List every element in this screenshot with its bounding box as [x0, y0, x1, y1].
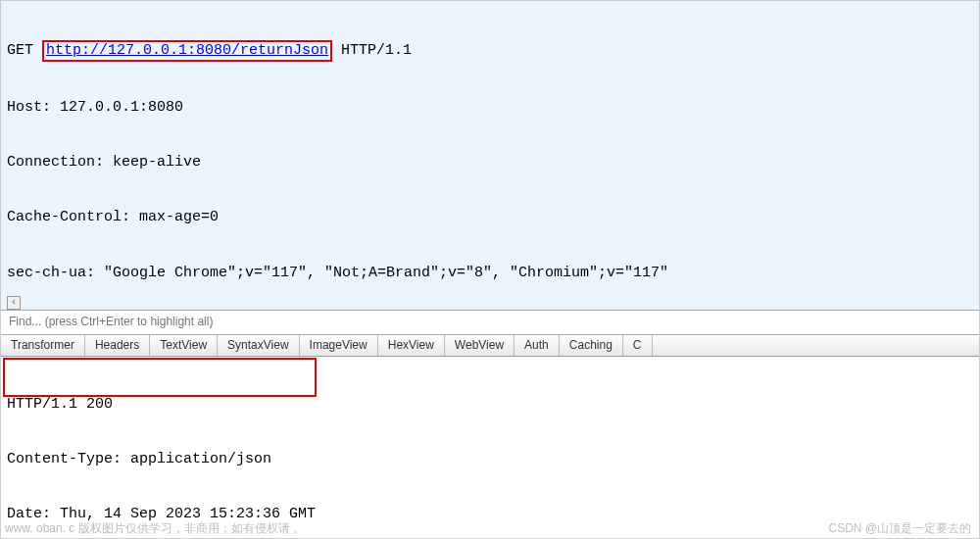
http-method: GET: [7, 42, 33, 59]
response-status-line: HTTP/1.1 200: [7, 396, 973, 415]
tab-hexview[interactable]: HexView: [378, 335, 445, 356]
request-line: GET http://127.0.0.1:8080/returnJson HTT…: [7, 40, 973, 63]
tab-webview[interactable]: WebView: [445, 335, 514, 356]
request-header-row: Connection: keep-alive: [7, 154, 973, 172]
tab-cookies-cut[interactable]: C: [623, 335, 653, 356]
tab-auth[interactable]: Auth: [514, 335, 560, 356]
request-url-link[interactable]: http://127.0.0.1:8080/returnJson: [46, 42, 328, 59]
highlight-url-box: http://127.0.0.1:8080/returnJson: [42, 40, 332, 63]
tab-caching[interactable]: Caching: [560, 335, 623, 356]
csdn-attribution: CSDN @山顶是一定要去的: [828, 521, 971, 536]
response-pane: HTTP/1.1 200 Content-Type: application/j…: [1, 357, 979, 538]
request-headers-pane: GET http://127.0.0.1:8080/returnJson HTT…: [1, 1, 979, 310]
response-content-type: Content-Type: application/json: [7, 451, 973, 469]
find-bar: [1, 310, 979, 335]
tab-imageview[interactable]: ImageView: [300, 335, 378, 356]
highlight-content-type-box: [3, 358, 317, 397]
http-protocol: HTTP/1.1: [341, 42, 412, 59]
tab-transformer[interactable]: Transformer: [1, 335, 85, 356]
watermark-text: www. oban. c 版权图片仅供学习，非商用；如有侵权请 。: [5, 521, 305, 536]
request-header-row: sec-ch-ua: "Google Chrome";v="117", "Not…: [7, 265, 973, 283]
tab-textview[interactable]: TextView: [150, 335, 218, 356]
request-header-row: Host: 127.0.0.1:8080: [7, 99, 973, 118]
tab-headers[interactable]: Headers: [85, 335, 150, 356]
request-header-row: Cache-Control: max-age=0: [7, 209, 973, 227]
scroll-left-icon[interactable]: ‹: [7, 296, 21, 310]
tab-syntaxview[interactable]: SyntaxView: [218, 335, 299, 356]
find-input[interactable]: [7, 314, 973, 329]
response-tabs: Transformer Headers TextView SyntaxView …: [1, 335, 979, 357]
